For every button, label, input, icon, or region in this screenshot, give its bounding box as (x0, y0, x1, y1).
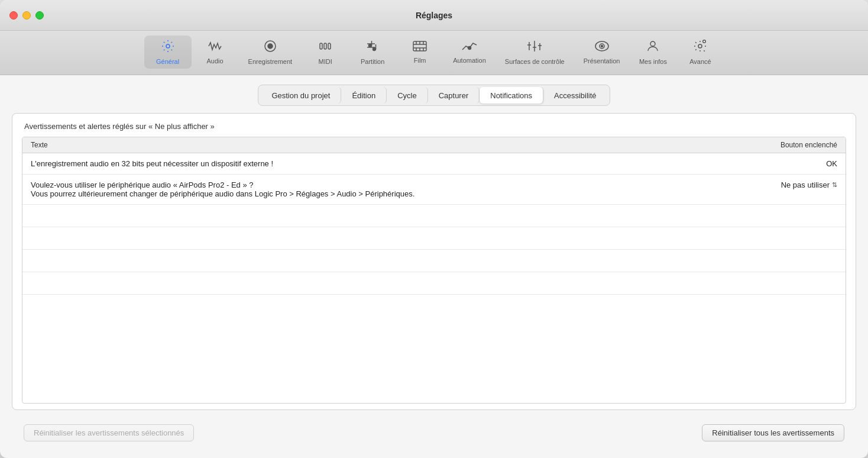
table-row[interactable]: L'enregistrement audio en 32 bits peut n… (22, 153, 846, 175)
row-2-button[interactable]: Ne pas utiliser ⇅ (718, 175, 846, 205)
toolbar-label-avance: Avancé (689, 58, 711, 65)
svg-rect-3 (320, 43, 322, 49)
toolbar-label-enregistrement: Enregistrement (248, 58, 293, 65)
col-header-text: Texte (22, 137, 718, 153)
toolbar-item-presentation[interactable]: Présentation (574, 36, 630, 68)
advanced-icon (692, 39, 708, 56)
toolbar-item-general[interactable]: Général (144, 36, 192, 69)
svg-point-2 (268, 44, 273, 49)
table-header-row: Texte Bouton enclenché (22, 137, 846, 153)
svg-point-30 (601, 46, 603, 47)
surfaces-icon (526, 39, 543, 56)
toolbar-label-audio: Audio (206, 57, 223, 64)
toolbar: Général Audio Enregistrement (0, 31, 868, 75)
ne-pas-utiliser-dropdown[interactable]: Ne pas utiliser ⇅ (781, 180, 837, 189)
record-icon (263, 39, 277, 56)
svg-rect-5 (328, 43, 331, 49)
svg-point-21 (468, 47, 471, 50)
toolbar-label-surfaces: Surfaces de contrôle (505, 58, 565, 65)
toolbar-label-mesinfos: Mes infos (639, 58, 667, 65)
toolbar-item-surfaces[interactable]: Surfaces de contrôle (495, 36, 574, 69)
automation-icon (461, 40, 478, 54)
table-row-empty (22, 295, 846, 317)
row-1-text: L'enregistrement audio en 32 bits peut n… (22, 153, 718, 175)
chevron-updown-icon: ⇅ (832, 181, 837, 189)
presentation-icon (594, 40, 610, 55)
film-icon (413, 40, 427, 54)
content-area: Gestion du projet Édition Cycle Capturer… (0, 75, 868, 458)
tab-gestion[interactable]: Gestion du projet (261, 87, 341, 104)
panel-header: Avertissements et alertes réglés sur « N… (12, 114, 856, 137)
notifications-table-container: Texte Bouton enclenché L'enregistrement … (22, 137, 846, 404)
toolbar-label-film: Film (414, 57, 426, 64)
notifications-panel: Avertissements et alertes réglés sur « N… (12, 113, 856, 410)
person-icon (646, 39, 660, 56)
tab-edition[interactable]: Édition (341, 87, 387, 104)
table-row-empty (22, 250, 846, 272)
gear-icon (161, 39, 175, 56)
toolbar-item-partition[interactable]: Partition (349, 36, 396, 69)
svg-point-32 (698, 44, 702, 48)
audio-icon (208, 40, 222, 55)
toolbar-item-mesinfos[interactable]: Mes infos (629, 36, 676, 69)
svg-rect-4 (324, 43, 326, 49)
window-title: Réglages (416, 11, 452, 20)
toolbar-item-avance[interactable]: Avancé (676, 36, 724, 69)
traffic-lights (9, 11, 44, 20)
reset-all-button[interactable]: Réinitialiser tous les avertissements (702, 424, 844, 441)
toolbar-item-film[interactable]: Film (396, 37, 443, 67)
tab-capturer[interactable]: Capturer (428, 87, 480, 104)
toolbar-label-partition: Partition (361, 58, 384, 65)
table-row[interactable]: Voulez-vous utiliser le périphérique aud… (22, 175, 846, 205)
row-1-button: OK (718, 153, 846, 175)
minimize-button[interactable] (22, 11, 31, 20)
col-header-button: Bouton enclenché (718, 137, 846, 153)
footer-bar: Réinitialiser les avertissements sélecti… (12, 417, 856, 449)
table-row-empty (22, 205, 846, 227)
tabs-bar: Gestion du projet Édition Cycle Capturer… (258, 85, 610, 106)
tab-notifications[interactable]: Notifications (480, 87, 543, 104)
toolbar-label-presentation: Présentation (584, 57, 620, 64)
toolbar-item-enregistrement[interactable]: Enregistrement (239, 36, 302, 69)
partition-icon (365, 39, 380, 56)
svg-point-34 (704, 41, 705, 43)
row-2-text: Voulez-vous utiliser le périphérique aud… (22, 175, 718, 205)
panel-spacer (12, 404, 856, 409)
title-bar: Réglages (0, 0, 868, 31)
maximize-button[interactable] (35, 11, 44, 20)
toolbar-item-audio[interactable]: Audio (192, 36, 239, 68)
notifications-table: Texte Bouton enclenché L'enregistrement … (22, 137, 846, 317)
main-window: Réglages Général Audio (0, 0, 868, 458)
toolbar-item-midi[interactable]: MIDI (302, 36, 349, 69)
reset-selected-button[interactable]: Réinitialiser les avertissements sélecti… (24, 424, 194, 441)
tab-accessibilite[interactable]: Accessibilité (543, 87, 607, 104)
svg-point-0 (166, 44, 170, 48)
toolbar-item-automation[interactable]: Automation (443, 37, 495, 67)
midi-icon (318, 39, 332, 56)
tab-cycle[interactable]: Cycle (387, 87, 428, 104)
table-row-empty (22, 227, 846, 250)
close-button[interactable] (9, 11, 18, 20)
toolbar-label-automation: Automation (453, 57, 486, 64)
toolbar-label-midi: MIDI (319, 58, 332, 65)
svg-point-31 (650, 41, 655, 46)
table-row-empty (22, 272, 846, 295)
toolbar-label-general: Général (156, 58, 179, 65)
